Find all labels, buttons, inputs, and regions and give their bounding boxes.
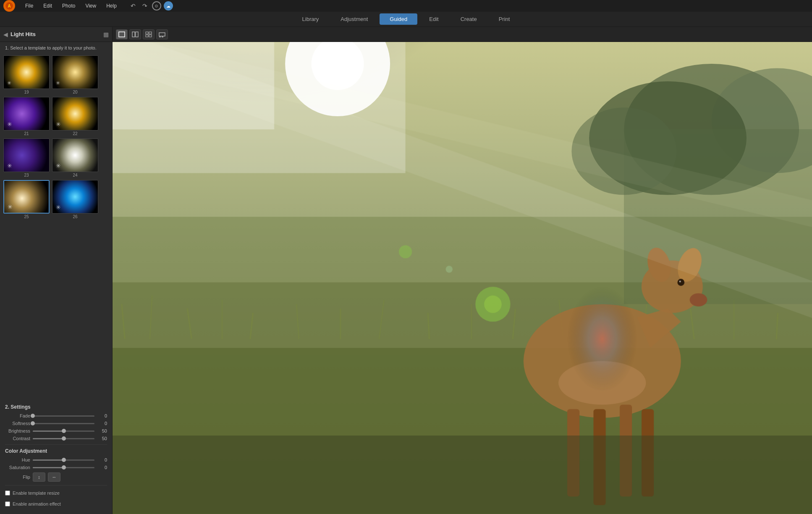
instruction-text: 1. Select a template to apply it to your… [0, 42, 112, 54]
softness-slider-row: Softness 0 [5, 421, 107, 426]
svg-rect-25 [471, 304, 472, 339]
template-thumb-20[interactable]: ✳ [52, 55, 98, 89]
contrast-fill [33, 438, 64, 439]
menu-view[interactable]: View [84, 2, 98, 10]
template-thumb-24[interactable]: ✳ [52, 138, 98, 172]
divider-2 [5, 485, 107, 485]
saturation-slider[interactable] [33, 467, 94, 468]
back-button[interactable]: ◀ [3, 31, 8, 38]
svg-rect-8 [149, 35, 152, 37]
contrast-label: Contrast [5, 436, 30, 441]
flip-horizontal-button[interactable]: ↔ [48, 472, 60, 482]
template-num-24: 24 [73, 173, 77, 177]
template-num-22: 22 [73, 131, 77, 136]
template-thumb-25[interactable]: ✳ [3, 180, 50, 214]
svg-rect-4 [136, 32, 138, 37]
softness-slider[interactable] [33, 423, 94, 424]
photo-svg [113, 42, 812, 514]
tab-adjustment[interactable]: Adjustment [330, 13, 378, 25]
contrast-slider[interactable] [33, 438, 94, 439]
single-view-button[interactable] [116, 29, 128, 39]
template-item-22[interactable]: ✳ 22 [52, 97, 98, 136]
hue-thumb[interactable] [62, 458, 66, 462]
template-row-23-24: ✳ 23 ✳ 24 [3, 138, 109, 177]
fade-value: 0 [97, 413, 107, 418]
template-item-26[interactable]: ✳ 26 [52, 180, 98, 219]
softness-value: 0 [97, 421, 107, 426]
template-num-20: 20 [73, 90, 77, 94]
checkbox-resize-row: Enable template resize [5, 489, 107, 497]
svg-rect-3 [132, 32, 135, 37]
flip-vertical-button[interactable]: ↕ [33, 472, 45, 482]
softness-label: Softness [5, 421, 30, 426]
brightness-thumb[interactable] [62, 429, 66, 433]
fade-slider-row: Fade 0 [5, 413, 107, 418]
export-button[interactable]: ▩ [103, 31, 109, 38]
hue-slider[interactable] [33, 459, 94, 461]
template-item-24[interactable]: ✳ 24 [52, 138, 98, 177]
template-row-top: ✳ 19 ✳ 20 [3, 55, 109, 94]
sidebar-title: Light Hits [10, 31, 101, 37]
tab-library[interactable]: Library [292, 13, 329, 25]
svg-rect-7 [146, 35, 148, 37]
filmstrip-view-button[interactable] [156, 29, 168, 39]
template-grid: ✳ 19 ✳ 20 ✳ 21 [0, 54, 112, 401]
menu-help[interactable]: Help [105, 2, 118, 10]
tab-guided[interactable]: Guided [380, 13, 417, 25]
template-thumb-23[interactable]: ✳ [3, 138, 50, 172]
svg-point-45 [690, 293, 707, 306]
redo-button[interactable]: ↷ [140, 1, 149, 10]
enable-resize-checkbox[interactable] [5, 491, 10, 496]
template-item-23[interactable]: ✳ 23 [3, 138, 50, 177]
template-item-19[interactable]: ✳ 19 [3, 55, 50, 94]
star-icon-22: ✳ [56, 121, 61, 128]
enable-animation-checkbox[interactable] [5, 501, 10, 506]
svg-rect-6 [149, 32, 152, 34]
menu-edit[interactable]: Edit [42, 2, 54, 10]
tab-edit[interactable]: Edit [419, 13, 448, 25]
template-num-21: 21 [24, 131, 29, 136]
cloud-button[interactable]: ☁ [164, 1, 173, 10]
template-thumb-22[interactable]: ✳ [52, 97, 98, 130]
menu-photo[interactable]: Photo [60, 2, 77, 10]
fade-thumb[interactable] [31, 414, 35, 418]
app-logo: A [3, 0, 15, 12]
svg-point-44 [679, 281, 681, 282]
menu-bar: A File Edit Photo View Help ↶ ↷ ⚙ ☁ [0, 0, 812, 12]
template-item-21[interactable]: ✳ 21 [3, 97, 50, 136]
undo-button[interactable]: ↶ [128, 1, 138, 10]
template-thumb-19[interactable]: ✳ [3, 55, 50, 89]
saturation-thumb[interactable] [62, 465, 66, 470]
menu-file[interactable]: File [24, 2, 35, 10]
grid-view-button[interactable] [143, 29, 155, 39]
tab-create[interactable]: Create [451, 13, 487, 25]
divider-1 [5, 444, 107, 445]
hue-slider-row: Hue 0 [5, 457, 107, 462]
svg-rect-19 [222, 300, 223, 339]
sync-button[interactable]: ⚙ [152, 1, 161, 10]
star-icon-19: ✳ [7, 80, 11, 86]
svg-rect-10 [159, 37, 161, 37]
enable-resize-label: Enable template resize [13, 491, 60, 496]
photo-container [113, 42, 812, 514]
contrast-thumb[interactable] [62, 436, 66, 441]
compare-view-button[interactable] [129, 29, 141, 39]
template-num-26: 26 [73, 214, 77, 219]
sidebar: ◀ Light Hits ▩ 1. Select a template to a… [0, 27, 113, 514]
fade-slider[interactable] [33, 415, 94, 417]
star-icon-23: ✳ [7, 162, 12, 169]
template-thumb-26[interactable]: ✳ [52, 180, 98, 214]
flip-label: Flip [5, 475, 30, 480]
main-content: ◀ Light Hits ▩ 1. Select a template to a… [0, 27, 812, 514]
tab-print[interactable]: Print [489, 13, 520, 25]
softness-thumb[interactable] [31, 421, 35, 425]
template-num-23: 23 [24, 173, 29, 177]
brightness-slider[interactable] [33, 431, 94, 432]
template-item-25[interactable]: ✳ 25 [3, 180, 50, 219]
brightness-label: Brightness [5, 428, 30, 433]
fade-label: Fade [5, 413, 30, 418]
template-thumb-21[interactable]: ✳ [3, 97, 50, 130]
photo-display[interactable] [113, 42, 812, 514]
photo-area [113, 27, 812, 514]
template-item-20[interactable]: ✳ 20 [52, 55, 98, 94]
